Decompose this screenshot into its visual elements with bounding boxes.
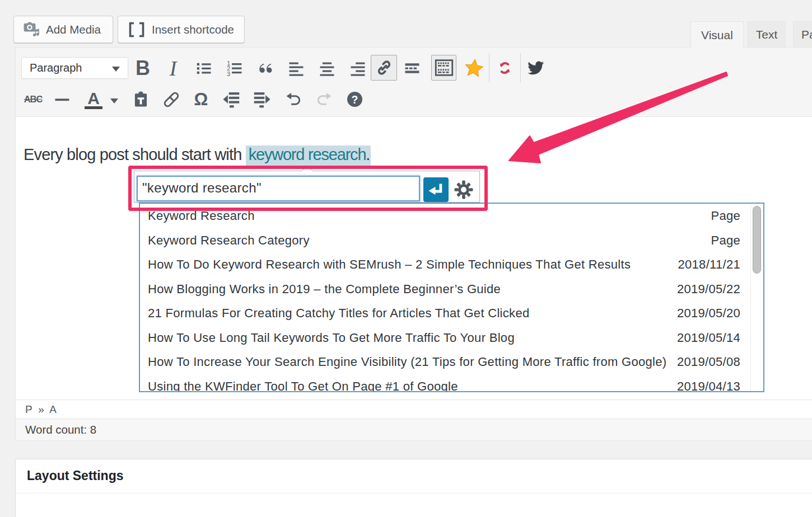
svg-text:?: ? (351, 93, 358, 106)
svg-text:3: 3 (227, 70, 230, 76)
